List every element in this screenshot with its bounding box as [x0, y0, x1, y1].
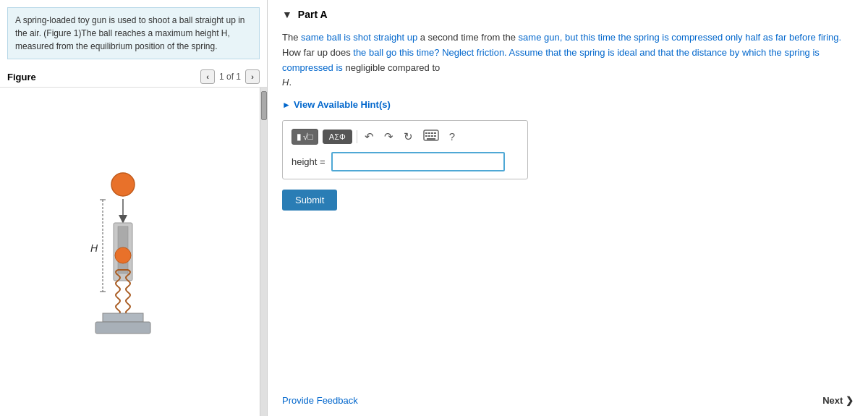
svg-rect-20 — [431, 135, 433, 137]
formula-button[interactable]: ΑΣΦ — [323, 130, 352, 144]
figure-title: Figure — [7, 72, 36, 82]
part-title: Part A — [298, 9, 328, 20]
fractions-button[interactable]: ▮ √□ — [292, 129, 318, 145]
height-variable: H — [282, 77, 289, 88]
svg-point-8 — [115, 247, 131, 263]
fraction-icon: ▮ — [297, 132, 302, 142]
svg-rect-21 — [434, 135, 436, 137]
svg-rect-16 — [431, 132, 433, 134]
figure-page-indicator: 1 of 1 — [219, 72, 241, 82]
height-input[interactable] — [331, 152, 505, 171]
help-button[interactable]: ? — [446, 129, 458, 144]
input-label: height = — [292, 156, 326, 167]
figure-illustration: H — [0, 88, 260, 416]
hints-arrow-icon: ► — [282, 100, 291, 110]
svg-rect-15 — [428, 132, 430, 134]
svg-rect-11 — [103, 313, 143, 322]
keyboard-icon — [423, 130, 439, 141]
question-highlight-1: same ball is shot straight up — [301, 32, 417, 43]
question-highlight-2: same gun, but this time the spring is co… — [519, 32, 842, 43]
redo-button[interactable]: ↷ — [381, 129, 396, 145]
svg-rect-22 — [427, 138, 435, 140]
left-panel: A spring-loaded toy gun is used to shoot… — [0, 0, 268, 416]
question-text: The same ball is shot straight up a seco… — [282, 30, 854, 90]
toolbar: ▮ √□ ΑΣΦ ↶ ↷ ↻ — [292, 128, 519, 145]
reset-button[interactable]: ↻ — [401, 129, 416, 145]
answer-box: ▮ √□ ΑΣΦ ↶ ↷ ↻ — [282, 120, 528, 179]
figure-nav: ‹ 1 of 1 › — [200, 69, 260, 84]
next-button[interactable]: Next ❯ — [822, 395, 854, 406]
problem-text: A spring-loaded toy gun is used to shoot… — [15, 15, 245, 51]
svg-text:H: H — [90, 242, 98, 254]
bottom-bar: Provide Feedback Next ❯ — [282, 395, 854, 406]
svg-rect-18 — [425, 135, 427, 137]
question-highlight-3: the ball go this time? Neglect friction.… — [282, 47, 820, 73]
sqrt-icon: √□ — [303, 132, 313, 142]
problem-description: A spring-loaded toy gun is used to shoot… — [7, 7, 260, 59]
figure-svg: H — [51, 169, 210, 335]
provide-feedback-link[interactable]: Provide Feedback — [282, 395, 358, 406]
toolbar-separator-1 — [357, 130, 357, 143]
svg-point-0 — [111, 173, 135, 196]
svg-rect-17 — [434, 132, 436, 134]
keyboard-button[interactable] — [420, 128, 442, 145]
svg-rect-19 — [428, 135, 430, 137]
hints-toggle[interactable]: ► View Available Hint(s) — [282, 99, 854, 110]
figure-header: Figure ‹ 1 of 1 › — [0, 67, 267, 88]
figure-section: Figure ‹ 1 of 1 › — [0, 67, 267, 416]
submit-button[interactable]: Submit — [282, 190, 337, 211]
part-collapse-icon[interactable]: ▼ — [282, 9, 292, 20]
part-header: ▼ Part A — [282, 9, 854, 20]
figure-scrollbar[interactable] — [260, 88, 267, 416]
svg-rect-14 — [425, 132, 427, 134]
svg-rect-12 — [95, 322, 150, 334]
next-label: Next ❯ — [822, 395, 854, 406]
figure-next-button[interactable]: › — [245, 69, 260, 84]
scrollbar-thumb — [261, 91, 267, 120]
input-row: height = — [292, 152, 519, 171]
submit-label: Submit — [295, 195, 324, 205]
hints-label: View Available Hint(s) — [294, 99, 391, 110]
provide-feedback-label: Provide Feedback — [282, 395, 358, 406]
figure-prev-button[interactable]: ‹ — [200, 69, 215, 84]
undo-button[interactable]: ↶ — [362, 129, 377, 145]
formula-label: ΑΣΦ — [329, 132, 346, 141]
right-panel: ▼ Part A The same ball is shot straight … — [268, 0, 868, 416]
